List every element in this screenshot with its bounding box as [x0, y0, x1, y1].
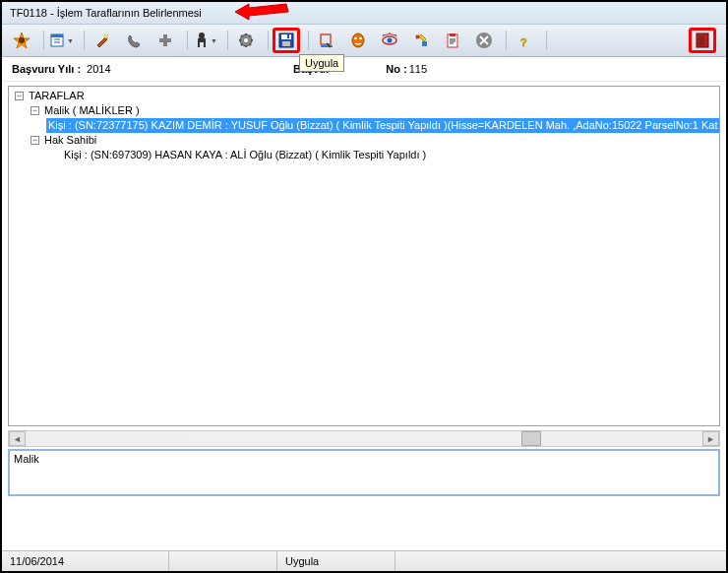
- titlebar: TF0118 - İşlem Taraflarının Belirlenmesi: [2, 2, 726, 25]
- toolbar-separator: [84, 31, 85, 50]
- svg-point-19: [352, 33, 364, 47]
- tools-button[interactable]: [407, 28, 435, 53]
- svg-point-1: [19, 37, 25, 43]
- toolbar-separator: [308, 31, 309, 50]
- status-empty2: [395, 551, 726, 571]
- scroll-right-button[interactable]: ►: [702, 431, 719, 446]
- eye-button[interactable]: [376, 28, 403, 53]
- toolbar-separator: [43, 31, 44, 50]
- toolbar-separator: [546, 31, 547, 50]
- tree-node-haksahibi[interactable]: − Hak Sahibi: [11, 133, 717, 148]
- svg-point-23: [388, 38, 393, 43]
- year-value: 2014: [87, 63, 110, 75]
- svg-point-21: [359, 37, 362, 40]
- status-uygula: Uygula: [277, 551, 395, 571]
- status-empty1: [169, 551, 277, 571]
- tree-leaf-label: Kişi : (SN:697309) HASAN KAYA : ALİ Oğlu…: [62, 148, 428, 162]
- svg-point-11: [244, 38, 248, 42]
- toolbar-separator: [227, 31, 228, 50]
- svg-rect-3: [51, 34, 63, 37]
- svg-rect-14: [282, 41, 290, 46]
- svg-rect-33: [698, 35, 704, 45]
- svg-rect-13: [281, 34, 291, 39]
- exit-button[interactable]: [689, 28, 716, 53]
- toolbar-separator: [268, 31, 269, 50]
- no-value: 115: [409, 63, 427, 75]
- tree-expander-icon[interactable]: −: [30, 106, 39, 115]
- svg-rect-15: [287, 34, 289, 38]
- tree-leaf-person[interactable]: Kişi : (SN:697309) HASAN KAYA : ALİ Oğlu…: [11, 148, 717, 162]
- description-text: Malik: [14, 453, 39, 465]
- help-button[interactable]: ?: [511, 28, 538, 53]
- wizard-button[interactable]: [89, 28, 116, 53]
- svg-rect-26: [450, 33, 455, 36]
- statusbar: 11/06/2014 Uygula: [2, 550, 726, 571]
- clipboard-button[interactable]: [439, 28, 466, 53]
- tree-expander-icon[interactable]: −: [15, 92, 24, 100]
- dropdown-arrow-icon: ▼: [67, 37, 74, 44]
- status-date: 11/06/2014: [2, 551, 169, 571]
- svg-rect-8: [159, 38, 171, 42]
- call-button[interactable]: [120, 28, 148, 53]
- year-label: Başvuru Yılı :: [12, 63, 81, 75]
- tree-connector: [46, 148, 62, 162]
- settings-button[interactable]: [232, 28, 260, 53]
- description-box[interactable]: Malik: [8, 449, 720, 496]
- tree-panel: − TARAFLAR − Malik ( MALİKLER ) Kişi : (…: [8, 86, 720, 426]
- tree-leaf-label: Kişi : (SN:72377175) KAZIM DEMİR : YUSUF…: [46, 118, 720, 133]
- toolbar: ▼ ▼: [2, 25, 726, 57]
- close-button[interactable]: [470, 28, 498, 53]
- add-button[interactable]: [152, 28, 179, 53]
- tree-label: Hak Sahibi: [42, 133, 98, 148]
- toolbar-separator: [187, 31, 188, 50]
- mask-button[interactable]: [344, 28, 372, 53]
- svg-rect-16: [321, 34, 331, 44]
- tree-root[interactable]: − TARAFLAR: [11, 89, 717, 103]
- app-button[interactable]: [8, 28, 35, 53]
- horizontal-scrollbar[interactable]: ◄ ►: [8, 430, 720, 447]
- no-label-p2: No :: [386, 63, 406, 75]
- user-button[interactable]: ▼: [192, 28, 219, 53]
- inspect-button[interactable]: [313, 28, 340, 53]
- scroll-thumb[interactable]: [521, 431, 541, 446]
- annotation-arrow: [233, 0, 290, 24]
- svg-point-20: [354, 37, 357, 40]
- calendar-button[interactable]: ▼: [48, 28, 76, 53]
- tree-leaf-person-selected[interactable]: Kişi : (SN:72377175) KAZIM DEMİR : YUSUF…: [11, 118, 717, 133]
- toolbar-separator: [506, 31, 507, 50]
- tree-node-malik[interactable]: − Malik ( MALİKLER ): [11, 103, 717, 118]
- tree-label: Malik ( MALİKLER ): [42, 103, 142, 118]
- fields-row: Başvuru Yılı : 2014 Başvur No : 115: [2, 57, 726, 82]
- window-title: TF0118 - İşlem Taraflarının Belirlenmesi: [10, 7, 202, 19]
- save-button[interactable]: Uygula: [273, 28, 300, 53]
- dropdown-arrow-icon: ▼: [211, 37, 217, 44]
- tree-root-label: TARAFLAR: [27, 89, 87, 103]
- svg-rect-24: [422, 41, 427, 46]
- tree-expander-icon[interactable]: −: [30, 136, 39, 145]
- scroll-left-button[interactable]: ◄: [9, 431, 26, 446]
- save-tooltip: Uygula: [299, 54, 344, 72]
- svg-text:?: ?: [520, 36, 527, 48]
